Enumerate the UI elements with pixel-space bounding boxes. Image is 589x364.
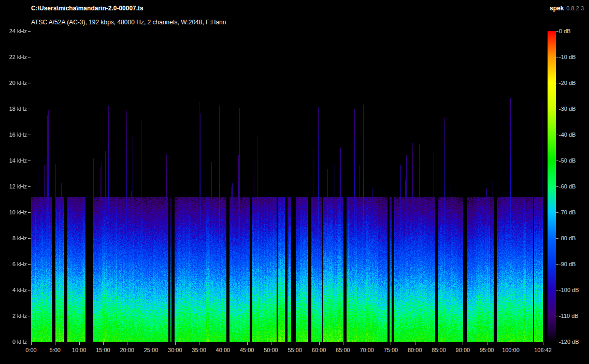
colorbar-tick-label: -10 dB (559, 53, 576, 61)
colorbar-gradient (548, 31, 556, 342)
freq-tick-label: 18 kHz (1, 105, 27, 112)
file-path-title: C:\Users\micha\mandarin-2.0-00007.ts (31, 5, 143, 12)
freq-tick-label: 16 kHz (1, 131, 27, 138)
freq-tick-label: 6 kHz (1, 260, 27, 268)
freq-tick-label: 8 kHz (1, 235, 27, 242)
app-version: 0.8.2.3 (566, 5, 584, 11)
freq-tick (28, 238, 31, 239)
time-tick (367, 342, 367, 345)
time-tick-label: 100:00 (496, 346, 525, 354)
freq-tick (28, 186, 31, 187)
time-tick (543, 342, 543, 345)
db-tick (556, 31, 558, 32)
freq-tick-label: 4 kHz (1, 286, 27, 294)
db-tick (556, 83, 558, 83)
db-tick (556, 161, 558, 161)
app-name: spek (550, 5, 564, 12)
freq-tick (28, 290, 31, 290)
db-tick (556, 109, 558, 109)
colorbar-tick-label: -120 dB (559, 338, 579, 345)
colorbar-tick-label: -20 dB (559, 79, 576, 86)
time-tick (103, 342, 104, 345)
time-tick (511, 342, 511, 345)
time-tick (463, 342, 463, 345)
db-tick (556, 264, 558, 265)
time-tick (295, 342, 295, 345)
freq-tick (28, 316, 31, 316)
freq-tick (28, 342, 31, 342)
freq-tick (28, 161, 31, 161)
time-tick (343, 342, 343, 345)
colorbar-tick-label: -70 dB (559, 209, 576, 216)
freq-tick (28, 83, 31, 83)
db-tick (556, 290, 558, 290)
db-tick (556, 316, 558, 316)
spectrogram-canvas (31, 31, 543, 342)
app-badge: spek0.8.2.3 (550, 5, 584, 12)
colorbar-tick-label: -60 dB (559, 183, 576, 190)
freq-tick-label: 10 kHz (1, 209, 27, 216)
freq-tick-label: 0 kHz (1, 338, 27, 345)
spek-window: C:\Users\micha\mandarin-2.0-00007.ts spe… (0, 0, 589, 364)
freq-tick (28, 212, 31, 213)
time-tick (31, 342, 32, 345)
colorbar-tick-label: -110 dB (559, 312, 579, 319)
db-tick (556, 238, 558, 239)
time-tick (79, 342, 80, 345)
time-tick (247, 342, 248, 345)
db-tick (556, 135, 558, 135)
colorbar-tick-label: 0 dB (559, 27, 571, 35)
colorbar-tick-label: -80 dB (559, 235, 576, 242)
freq-tick-label: 2 kHz (1, 312, 27, 319)
db-tick (556, 186, 558, 187)
time-tick (487, 342, 487, 345)
db-tick (556, 342, 558, 342)
time-tick (199, 342, 199, 345)
time-tick (151, 342, 151, 345)
colorbar-tick-label: -50 dB (559, 157, 576, 164)
time-tick (55, 342, 55, 345)
db-tick (556, 212, 558, 213)
time-tick-label: 106:42 (528, 346, 557, 354)
time-tick (391, 342, 391, 345)
freq-tick-label: 12 kHz (1, 183, 27, 190)
freq-tick (28, 264, 31, 265)
stream-info: ATSC A/52A (AC-3), 192 kbps, 48000 Hz, 2… (31, 19, 226, 26)
freq-tick (28, 109, 31, 109)
colorbar-tick-label: -90 dB (559, 260, 576, 268)
freq-tick-label: 14 kHz (1, 157, 27, 164)
colorbar-tick-label: -100 dB (559, 286, 579, 294)
freq-tick-label: 24 kHz (1, 27, 27, 35)
freq-tick (28, 57, 31, 57)
time-tick (439, 342, 439, 345)
freq-tick (28, 135, 31, 135)
freq-tick-label: 20 kHz (1, 79, 27, 86)
time-tick (271, 342, 271, 345)
colorbar-tick-label: -30 dB (559, 105, 576, 112)
time-tick (319, 342, 320, 345)
freq-tick (28, 31, 31, 32)
time-tick (127, 342, 127, 345)
time-tick (415, 342, 415, 345)
db-tick (556, 57, 558, 57)
freq-tick-label: 22 kHz (1, 53, 27, 61)
colorbar-tick-label: -40 dB (559, 131, 576, 138)
time-tick (175, 342, 176, 345)
time-tick (223, 342, 223, 345)
